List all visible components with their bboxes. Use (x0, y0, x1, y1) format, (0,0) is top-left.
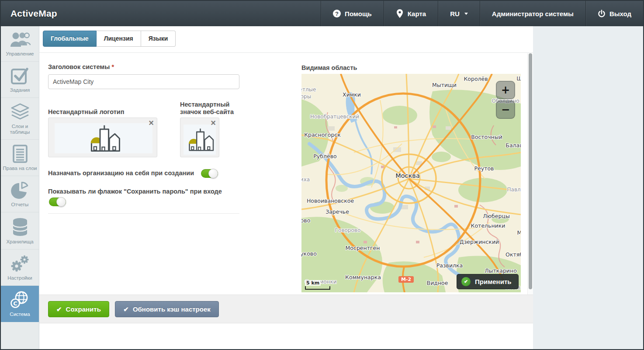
form-divider (48, 213, 239, 214)
remove-logo-button[interactable]: × (149, 119, 154, 127)
road-badge-m2: М-2 (398, 276, 414, 283)
sidebar-item-label: Отчеты (11, 202, 29, 207)
sidebar-item-layer-rights[interactable]: Права на слои (1, 140, 39, 176)
map-place-label: Мытищи (432, 82, 457, 88)
assign-org-toggle[interactable] (201, 169, 218, 178)
map-link-label: Карта (408, 10, 426, 17)
action-bar: ✔ Сохранить ✔ Обновить кэш настроек (39, 295, 533, 323)
tab-global[interactable]: Глобальные (43, 31, 97, 47)
scrollbar-thumb[interactable] (529, 53, 532, 289)
map-place-label: уково (301, 250, 317, 257)
current-user[interactable]: Администратор системы (480, 1, 585, 26)
logout-label: Выход (609, 10, 631, 17)
map-place-label: Павли (507, 187, 521, 193)
map-place-label: иха (301, 177, 310, 183)
sidebar-item-label: Настройки (7, 275, 32, 281)
custom-logo-label: Нестандартный логотип (48, 108, 124, 115)
favicon-upload-box: × (180, 118, 219, 157)
map-canvas[interactable]: Королёв Щ Мытищи етлые оры Химки Оболдин… (301, 74, 521, 292)
map-pin-icon (396, 9, 404, 18)
favicon-preview (184, 125, 216, 155)
save-password-toggle[interactable] (49, 198, 66, 206)
check-icon: ✔ (56, 305, 62, 313)
help-label: Помощь (345, 10, 372, 17)
map-place-label: Заречье (325, 208, 349, 215)
sidebar-item-label: Слои и таблицы (10, 124, 30, 135)
scale-bracket (305, 286, 330, 290)
main-content: Глобальные Лицензия Языки Заголовок сист… (39, 26, 533, 349)
required-asterisk: * (111, 63, 114, 70)
map-zoom-control: + − (496, 81, 515, 120)
map-place-label: Коммунарка (345, 274, 381, 281)
apply-label: Применить (475, 278, 511, 285)
save-button[interactable]: ✔ Сохранить (48, 301, 109, 317)
tabbar-divider (39, 52, 533, 53)
map-labels: Королёв Щ Мытищи етлые оры Химки Оболдин… (301, 74, 521, 292)
sidebar-item-management[interactable]: Управление (1, 26, 39, 62)
city-favicon-image (185, 127, 215, 152)
sidebar-item-label: Система (10, 312, 30, 317)
custom-favicon-label: Нестандартный значок веб-сайта (180, 101, 237, 116)
vertical-scrollbar (527, 53, 533, 295)
save-password-label: Показывать ли флажок "Сохранить пароль" … (48, 188, 222, 195)
sidebar-item-system[interactable]: C Система (1, 286, 39, 322)
map-place-label: Балаш (506, 142, 521, 149)
sidebar-item-settings[interactable]: Настройки (1, 250, 39, 286)
settings-tabs: Глобальные Лицензия Языки (43, 31, 176, 47)
map-place-label: Говорово (335, 227, 360, 233)
sidebar-item-label: Задания (10, 87, 30, 93)
check-circle-icon: ✔ (461, 277, 471, 286)
map-place-label: Реутов (474, 165, 494, 172)
language-dropdown[interactable]: RU (438, 1, 480, 26)
app-window: ActiveMap ? Помощь Карта RU Администрато… (0, 0, 644, 350)
language-value: RU (450, 10, 460, 17)
map-place-label: Видное (427, 280, 448, 286)
check-icon: ✔ (123, 305, 129, 313)
map-place-label: Октяб (506, 251, 521, 258)
sidebar-item-reports[interactable]: Отчеты (1, 176, 39, 212)
chevron-down-icon (464, 13, 468, 15)
sidebar-item-label: Управление (6, 51, 34, 56)
globe-icon: C (10, 291, 31, 309)
pie-chart-icon (10, 181, 31, 199)
map-place-label: Химки (343, 91, 361, 98)
tab-languages[interactable]: Языки (141, 31, 176, 47)
zoom-in-button[interactable]: + (496, 81, 515, 99)
logo-upload-box: × (48, 118, 157, 157)
map-place-label: Восточный (471, 134, 502, 140)
map-place-label: ово (301, 217, 310, 224)
sidebar-item-layers[interactable]: Слои и таблицы (1, 98, 39, 140)
refresh-cache-button[interactable]: ✔ Обновить кэш настроек (115, 301, 218, 317)
users-icon (10, 31, 31, 49)
help-menu-item[interactable]: ? Помощь (321, 1, 384, 26)
layers-icon (10, 103, 31, 121)
brand-logo: ActiveMap (10, 8, 57, 19)
database-icon (10, 217, 31, 236)
save-button-label: Сохранить (66, 305, 101, 313)
remove-favicon-button[interactable]: × (211, 119, 216, 127)
apply-button[interactable]: ✔ Применить (457, 274, 519, 289)
logo-preview (55, 123, 152, 153)
sidebar-item-storages[interactable]: Хранилища (1, 212, 39, 250)
help-icon: ? (333, 10, 341, 17)
map-menu-item[interactable]: Карта (384, 1, 438, 26)
map-place-label: Дзержинский (460, 239, 499, 245)
checkbox-icon (10, 66, 31, 85)
city-logo-image (86, 125, 121, 152)
map-place-label: Люберцы (483, 213, 510, 219)
header-menu: ? Помощь Карта RU Администратор системы (321, 1, 643, 26)
system-title-input[interactable] (48, 74, 239, 89)
power-icon (598, 10, 606, 18)
sidebar-item-label: Хранилища (6, 239, 33, 244)
visible-area-label: Видимая область (301, 64, 357, 71)
system-title-label: Заголовок системы* (48, 63, 114, 70)
sidebar-item-tasks[interactable]: Задания (1, 62, 39, 98)
map-place-label: Щ (516, 75, 521, 82)
map-place-label: М (517, 229, 521, 236)
current-user-label: Администратор системы (492, 10, 574, 17)
map-place-label: Москва (395, 172, 420, 179)
tab-license[interactable]: Лицензия (97, 31, 141, 47)
map-place-label: етлые (301, 87, 316, 93)
zoom-out-button[interactable]: − (496, 100, 515, 119)
logout-menu-item[interactable]: Выход (585, 1, 643, 26)
